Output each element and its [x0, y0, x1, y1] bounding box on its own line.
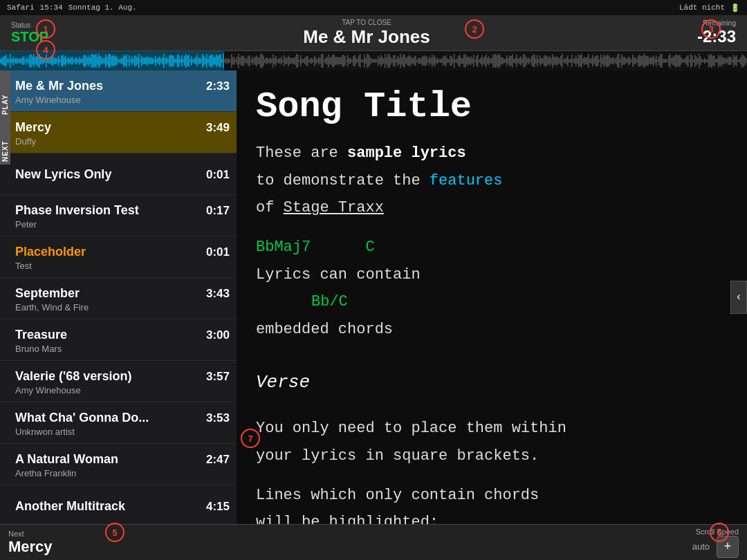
song-artist: Bruno Mars [15, 344, 230, 354]
lyrics-blank [256, 222, 728, 234]
next-label-bottom: Next [8, 530, 53, 538]
song-item[interactable]: Another Multitrack 4:15 [0, 485, 237, 524]
lyrics-blank [256, 344, 728, 356]
play-label: PLAY [0, 71, 10, 118]
song-duration: 4:15 [206, 500, 230, 514]
lyrics-line: Lyrics can contain [256, 262, 728, 288]
song-item[interactable]: Placeholder 0:01 Test [0, 236, 237, 278]
song-title: Valerie ('68 version) [15, 369, 131, 384]
tap-to-close-label: TAP TO CLOSE [66, 19, 667, 26]
lyrics-line: your lyrics in square brackets. [256, 443, 728, 469]
collapse-button[interactable]: ‹ [730, 281, 747, 314]
song-artist: Test [15, 261, 230, 271]
song-item[interactable]: What Cha' Gonna Do... 3:53 Unknwon artis… [0, 402, 237, 444]
header-remaining: Remaining -2:33 [667, 19, 736, 46]
song-artist: Amy Winehouse [15, 95, 230, 105]
song-item[interactable]: Treasure 3:00 Bruno Mars [0, 319, 237, 361]
header[interactable]: Status STOP TAP TO CLOSE Me & Mr Jones R… [0, 15, 747, 51]
lyrics-line: will be highlighted: [256, 510, 728, 524]
chord-line: BbMaj7 C [256, 234, 728, 260]
song-artist: Earth, Wind & Fire [15, 302, 230, 312]
song-duration: 3:43 [206, 287, 230, 301]
song-title: New Lyrics Only [15, 167, 111, 182]
battery-icon: 🔋 [730, 3, 740, 12]
lyrics-line: These are sample lyrics [256, 140, 728, 166]
song-title: September [15, 286, 80, 301]
scroll-speed-label: Scroll Speed [696, 528, 739, 536]
remaining-label: Remaining [667, 19, 736, 27]
song-title: A Natural Woman [15, 452, 118, 467]
network-label: Lädt nicht [679, 3, 725, 12]
waveform[interactable] [0, 51, 747, 71]
waveform-canvas [0, 51, 747, 71]
status-left: Safari 15:34 Sonntag 1. Aug. [7, 3, 137, 12]
scroll-speed-controls: auto + [688, 536, 739, 558]
song-title: Another Multitrack [15, 499, 125, 514]
lyrics-blank [256, 403, 728, 416]
scroll-auto-label: auto [688, 541, 714, 552]
song-item[interactable]: Me & Mr Jones 2:33 Amy Winehouse [0, 71, 237, 112]
scroll-speed-control[interactable]: Scroll Speed auto + [688, 528, 739, 558]
song-duration: 3:57 [206, 370, 230, 384]
song-list[interactable]: PLAY NEXT Me & Mr Jones 2:33 Amy Winehou… [0, 71, 237, 524]
song-duration: 0:01 [206, 168, 230, 182]
header-status: Status STOP [11, 21, 66, 45]
next-song-name: Mercy [8, 538, 53, 556]
status-bar: Safari 15:34 Sonntag 1. Aug. Lädt nicht … [0, 0, 747, 15]
song-artist: Duffy [15, 136, 230, 147]
lyrics-blank [256, 470, 728, 483]
song-title: Mercy [15, 120, 51, 135]
lyrics-line: of Stage Traxx [256, 195, 728, 221]
song-artist: Peter [15, 219, 230, 230]
lyrics-line: Lines which only contain chords [256, 483, 728, 508]
status-right: Lädt nicht 🔋 [679, 3, 740, 12]
status-value: STOP [11, 29, 48, 45]
lyrics-line: You only need to place them within [256, 416, 728, 441]
remaining-value: -2:33 [667, 27, 736, 46]
song-duration: 3:00 [206, 328, 230, 342]
song-duration: 0:17 [206, 204, 230, 218]
song-title: Treasure [15, 328, 67, 342]
status-label: Status [11, 21, 30, 29]
song-title: Me & Mr Jones [15, 79, 103, 93]
song-item[interactable]: September 3:43 Earth, Wind & Fire [0, 278, 237, 319]
song-item[interactable]: Phase Inversion Test 0:17 Peter [0, 195, 237, 236]
song-title: Placeholder [15, 245, 86, 259]
song-artist: Amy Winehouse [15, 385, 230, 395]
bottom-next: Next Mercy [8, 530, 53, 556]
song-artist: Aretha Franklin [15, 468, 230, 478]
song-duration: 0:01 [206, 245, 230, 259]
lyrics-line: embedded chords [256, 317, 728, 342]
header-song-title: Me & Mr Jones [66, 26, 667, 48]
song-artist: Unknwon artist [15, 427, 230, 437]
bottom-bar: Next Mercy Scroll Speed auto + [0, 524, 747, 560]
next-label: NEXT [0, 118, 10, 165]
song-item[interactable]: New Lyrics Only 0:01 [0, 153, 237, 195]
song-title: Phase Inversion Test [15, 203, 139, 218]
lyrics-panel[interactable]: Song Title These are sample lyrics to de… [237, 71, 747, 524]
chord-indent: Bb/C [256, 289, 728, 315]
song-item[interactable]: Valerie ('68 version) 3:57 Amy Winehouse [0, 361, 237, 402]
scroll-add-button[interactable]: + [717, 536, 739, 558]
date-label: Sonntag 1. Aug. [68, 3, 137, 12]
song-duration: 3:53 [206, 411, 230, 425]
song-duration: 2:47 [206, 453, 230, 467]
main-content: PLAY NEXT Me & Mr Jones 2:33 Amy Winehou… [0, 71, 747, 524]
lyrics-line: to demonstrate the features [256, 168, 728, 194]
browser-label: Safari [7, 3, 35, 12]
song-item[interactable]: A Natural Woman 2:47 Aretha Franklin [0, 444, 237, 485]
song-item[interactable]: Mercy 3:49 Duffy [0, 112, 237, 153]
song-duration: 3:49 [206, 121, 230, 135]
lyrics-section: Verse [256, 367, 728, 398]
content-song-title: Song Title [256, 87, 728, 127]
lyrics-content: These are sample lyrics to demonstrate t… [256, 140, 728, 524]
song-title: What Cha' Gonna Do... [15, 411, 149, 425]
song-duration: 2:33 [206, 80, 230, 93]
time-label: 15:34 [40, 3, 63, 12]
header-center[interactable]: TAP TO CLOSE Me & Mr Jones [66, 19, 667, 48]
songs-container: Me & Mr Jones 2:33 Amy Winehouse Mercy 3… [0, 71, 237, 524]
